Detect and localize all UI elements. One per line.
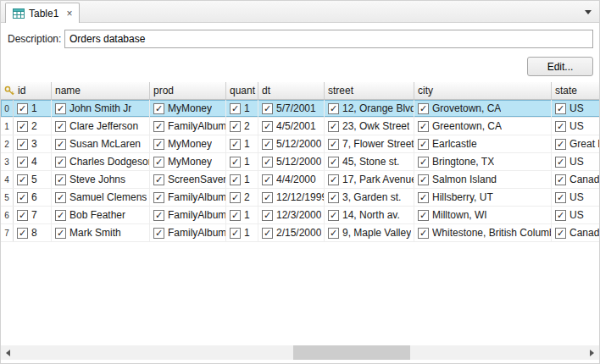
checkbox-icon[interactable] bbox=[55, 210, 66, 221]
row-number[interactable]: 2 bbox=[1, 135, 14, 152]
column-header-prod[interactable]: prod bbox=[150, 82, 226, 99]
checkbox-icon[interactable] bbox=[230, 139, 241, 150]
cell-city[interactable]: Whitestone, British Columbia bbox=[414, 224, 552, 241]
checkbox-icon[interactable] bbox=[555, 228, 566, 239]
edit-button[interactable]: Edit... bbox=[527, 57, 593, 76]
cell-name[interactable]: Clare Jefferson bbox=[52, 118, 150, 135]
cell-dt[interactable]: 4/4/2000 bbox=[258, 171, 325, 188]
cell-id[interactable]: 2 bbox=[14, 118, 52, 135]
checkbox-icon[interactable] bbox=[262, 228, 273, 239]
column-header-state[interactable]: state bbox=[552, 82, 599, 99]
table-row[interactable]: 23Susan McLarenMyMoney15/12/20007, Flowe… bbox=[1, 135, 599, 153]
cell-id[interactable]: 6 bbox=[14, 189, 52, 206]
checkbox-icon[interactable] bbox=[418, 157, 429, 168]
checkbox-icon[interactable] bbox=[17, 103, 28, 114]
cell-name[interactable]: Mark Smith bbox=[52, 224, 150, 241]
table-row[interactable]: 12Clare JeffersonFamilyAlbum24/5/200123,… bbox=[1, 118, 599, 135]
cell-prod[interactable]: MyMoney bbox=[150, 135, 226, 152]
cell-name[interactable]: Charles Dodgeson bbox=[52, 153, 150, 170]
cell-street[interactable]: 23, Owk Street bbox=[325, 118, 414, 135]
cell-street[interactable]: 45, Stone st. bbox=[325, 153, 414, 170]
cell-prod[interactable]: MyMoney bbox=[150, 153, 226, 170]
checkbox-icon[interactable] bbox=[17, 210, 28, 221]
checkbox-icon[interactable] bbox=[555, 192, 566, 203]
cell-id[interactable]: 3 bbox=[14, 135, 52, 152]
scroll-left-arrow[interactable] bbox=[1, 345, 15, 360]
cell-state[interactable]: Great Britain bbox=[552, 135, 599, 152]
cell-quant[interactable]: 1 bbox=[226, 153, 258, 170]
table-row[interactable]: 56Samuel ClemensFamilyAlbum212/12/19993,… bbox=[1, 189, 599, 207]
checkbox-icon[interactable] bbox=[55, 157, 66, 168]
column-header-id[interactable]: id bbox=[1, 82, 52, 99]
checkbox-icon[interactable] bbox=[153, 121, 164, 132]
checkbox-icon[interactable] bbox=[555, 174, 566, 185]
cell-id[interactable]: 4 bbox=[14, 153, 52, 170]
checkbox-icon[interactable] bbox=[262, 174, 273, 185]
column-header-name[interactable]: name bbox=[52, 82, 150, 99]
checkbox-icon[interactable] bbox=[230, 174, 241, 185]
checkbox-icon[interactable] bbox=[555, 139, 566, 150]
close-icon[interactable]: × bbox=[66, 8, 72, 19]
checkbox-icon[interactable] bbox=[328, 103, 339, 114]
checkbox-icon[interactable] bbox=[555, 103, 566, 114]
checkbox-icon[interactable] bbox=[555, 210, 566, 221]
cell-street[interactable]: 17, Park Avenue bbox=[325, 171, 414, 188]
checkbox-icon[interactable] bbox=[418, 210, 429, 221]
cell-city[interactable]: Milltown, WI bbox=[414, 207, 552, 223]
cell-name[interactable]: John Smith Jr bbox=[52, 100, 150, 117]
cell-state[interactable]: US bbox=[552, 100, 599, 117]
cell-prod[interactable]: FamilyAlbum bbox=[150, 224, 226, 241]
row-number[interactable]: 5 bbox=[1, 189, 14, 206]
description-input[interactable] bbox=[64, 30, 593, 48]
column-header-dt[interactable]: dt bbox=[258, 82, 325, 99]
checkbox-icon[interactable] bbox=[55, 121, 66, 132]
checkbox-icon[interactable] bbox=[262, 139, 273, 150]
row-number[interactable]: 4 bbox=[1, 171, 14, 188]
checkbox-icon[interactable] bbox=[328, 157, 339, 168]
checkbox-icon[interactable] bbox=[55, 103, 66, 114]
checkbox-icon[interactable] bbox=[17, 121, 28, 132]
checkbox-icon[interactable] bbox=[230, 103, 241, 114]
checkbox-icon[interactable] bbox=[17, 192, 28, 203]
cell-dt[interactable]: 5/12/2000 bbox=[258, 153, 325, 170]
row-number[interactable]: 6 bbox=[1, 207, 14, 223]
checkbox-icon[interactable] bbox=[55, 174, 66, 185]
cell-city[interactable]: Bringtone, TX bbox=[414, 153, 552, 170]
cell-name[interactable]: Susan McLaren bbox=[52, 135, 150, 152]
checkbox-icon[interactable] bbox=[17, 228, 28, 239]
checkbox-icon[interactable] bbox=[418, 174, 429, 185]
cell-id[interactable]: 7 bbox=[14, 207, 52, 223]
checkbox-icon[interactable] bbox=[153, 174, 164, 185]
cell-quant[interactable]: 2 bbox=[226, 189, 258, 206]
column-header-quant[interactable]: quant bbox=[226, 82, 258, 99]
checkbox-icon[interactable] bbox=[230, 121, 241, 132]
cell-street[interactable]: 14, North av. bbox=[325, 207, 414, 223]
cell-state[interactable]: Canada bbox=[552, 224, 599, 241]
cell-id[interactable]: 1 bbox=[14, 100, 52, 117]
cell-state[interactable]: US bbox=[552, 189, 599, 206]
cell-quant[interactable]: 1 bbox=[226, 100, 258, 117]
checkbox-icon[interactable] bbox=[230, 228, 241, 239]
cell-dt[interactable]: 4/5/2001 bbox=[258, 118, 325, 135]
cell-city[interactable]: Greentown, CA bbox=[414, 118, 552, 135]
cell-dt[interactable]: 12/3/2000 bbox=[258, 207, 325, 223]
checkbox-icon[interactable] bbox=[262, 157, 273, 168]
cell-state[interactable]: US bbox=[552, 118, 599, 135]
row-number[interactable]: 3 bbox=[1, 153, 14, 170]
cell-id[interactable]: 5 bbox=[14, 171, 52, 188]
checkbox-icon[interactable] bbox=[230, 157, 241, 168]
checkbox-icon[interactable] bbox=[153, 157, 164, 168]
checkbox-icon[interactable] bbox=[153, 139, 164, 150]
row-number[interactable]: 7 bbox=[1, 224, 14, 241]
cell-state[interactable]: Canada bbox=[552, 171, 599, 188]
checkbox-icon[interactable] bbox=[418, 228, 429, 239]
table-row[interactable]: 01John Smith JrMyMoney15/7/200112, Orang… bbox=[1, 100, 599, 118]
checkbox-icon[interactable] bbox=[418, 121, 429, 132]
cell-dt[interactable]: 5/12/2000 bbox=[258, 135, 325, 152]
cell-name[interactable]: Steve Johns bbox=[52, 171, 150, 188]
checkbox-icon[interactable] bbox=[418, 139, 429, 150]
cell-state[interactable]: US bbox=[552, 153, 599, 170]
cell-street[interactable]: 3, Garden st. bbox=[325, 189, 414, 206]
cell-quant[interactable]: 1 bbox=[226, 135, 258, 152]
table-row[interactable]: 78Mark SmithFamilyAlbum12/15/20009, Mapl… bbox=[1, 224, 599, 242]
